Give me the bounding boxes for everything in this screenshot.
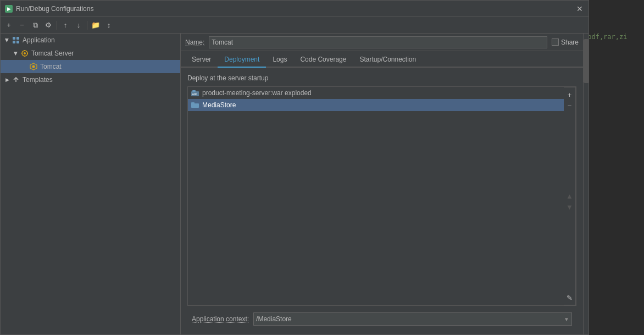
svg-rect-14 — [192, 90, 196, 92]
tab-server[interactable]: Server — [185, 52, 218, 68]
sort-button[interactable]: ↕ — [103, 19, 115, 31]
deploy-item-mediastore[interactable]: MediaStore — [188, 99, 564, 111]
tomcat-label: Tomcat — [40, 63, 180, 70]
close-button[interactable]: ✕ — [575, 4, 584, 13]
config-tree: ▶ Application ▶ — [1, 34, 181, 334]
name-label: Name: — [185, 39, 204, 46]
deploy-section-label: Deploy at the server startup — [187, 74, 576, 82]
deployment-actions: + − ▲ ▼ ✎ — [564, 87, 576, 305]
dialog-title: Run/Debug Configurations — [16, 5, 575, 13]
arrow-application: ▶ — [3, 36, 12, 45]
tab-logs[interactable]: Logs — [266, 52, 293, 68]
templates-icon — [12, 75, 20, 84]
tomcat-icon — [29, 62, 38, 71]
add-config-button[interactable]: + — [3, 19, 15, 31]
run-debug-dialog: ▶ Run/Debug Configurations ✕ + − ⧉ ⚙ ↑ ↓… — [0, 0, 589, 335]
tomcat-server-label: Tomcat Server — [31, 50, 180, 57]
svg-rect-16 — [191, 103, 199, 108]
move-up-button[interactable]: ↑ — [59, 19, 71, 31]
folder-button[interactable]: 📁 — [90, 19, 102, 31]
tomcat-server-icon — [20, 49, 29, 58]
svg-rect-17 — [191, 102, 195, 104]
edit-deployment-button[interactable]: ✎ — [565, 293, 575, 303]
tab-startup-connection[interactable]: Startup/Connection — [353, 52, 423, 68]
sidebar-item-templates[interactable]: ▶ Templates — [1, 73, 180, 86]
title-bar: ▶ Run/Debug Configurations ✕ — [1, 1, 589, 17]
application-icon — [12, 36, 20, 45]
svg-rect-1 — [16, 37, 19, 40]
context-dropdown-arrow: ▼ — [564, 316, 569, 322]
deployment-list: WAR product-meeting-server:war exploded — [188, 87, 564, 305]
share-area: Share — [552, 39, 579, 46]
deployment-tab-content: Deploy at the server startup WAR — [181, 68, 583, 334]
context-label: Application context: — [192, 315, 249, 323]
bg-code-text: .pdf,rar,zi — [584, 33, 627, 41]
share-checkbox[interactable] — [552, 39, 559, 46]
panel-scrollbar[interactable] — [583, 34, 589, 334]
name-input[interactable] — [209, 36, 547, 48]
svg-rect-3 — [16, 41, 19, 43]
add-deployment-button[interactable]: + — [565, 90, 575, 100]
deploy-item-war[interactable]: WAR product-meeting-server:war exploded — [188, 87, 564, 99]
context-value: /MediaStore — [256, 315, 292, 323]
scrollbar-thumb — [584, 39, 589, 83]
toolbar: + − ⧉ ⚙ ↑ ↓ 📁 ↕ — [1, 17, 589, 34]
copy-config-button[interactable]: ⧉ — [29, 19, 41, 31]
templates-label: Templates — [23, 76, 180, 84]
move-down-button[interactable]: ↓ — [73, 19, 85, 31]
svg-point-11 — [32, 65, 35, 68]
context-row: Application context: /MediaStore ▼ — [187, 310, 576, 328]
svg-text:WAR: WAR — [192, 92, 197, 96]
deploy-item-mediastore-label: MediaStore — [202, 101, 236, 109]
svg-rect-0 — [13, 37, 15, 40]
move-down-deployment-button[interactable]: ▼ — [565, 202, 575, 212]
war-icon: WAR — [191, 89, 199, 97]
tab-code-coverage[interactable]: Code Coverage — [293, 52, 353, 68]
sidebar-item-application[interactable]: ▶ Application — [1, 34, 180, 47]
settings-button[interactable]: ⚙ — [42, 19, 54, 31]
remove-deployment-button[interactable]: − — [565, 101, 575, 111]
toolbar-separator-2 — [87, 21, 87, 30]
toolbar-separator-1 — [57, 21, 57, 30]
dialog-content: ▶ Application ▶ — [1, 34, 589, 334]
sidebar-item-tomcat-server[interactable]: ▶ Tomcat Server — [1, 47, 180, 60]
sidebar-item-tomcat[interactable]: ▶ Tomcat — [1, 60, 180, 73]
share-label: Share — [561, 39, 579, 46]
folder-icon — [191, 101, 199, 109]
deployment-list-container: WAR product-meeting-server:war exploded — [187, 86, 576, 306]
arrow-templates: ▶ — [3, 75, 12, 84]
background-code: .pdf,rar,zi — [584, 0, 644, 335]
dialog-icon: ▶ — [5, 5, 13, 13]
name-row: Name: Share — [181, 34, 583, 51]
tabs-bar: Server Deployment Logs Code Coverage Sta… — [181, 51, 583, 68]
right-panel: Name: Share Server Deployment Logs — [181, 34, 583, 334]
remove-config-button[interactable]: − — [16, 19, 28, 31]
tab-deployment[interactable]: Deployment — [218, 52, 266, 68]
application-label: Application — [23, 36, 180, 44]
move-up-deployment-button[interactable]: ▲ — [565, 191, 575, 201]
arrow-tomcat-server: ▶ — [12, 49, 20, 58]
deploy-item-war-label: product-meeting-server:war exploded — [202, 89, 312, 97]
context-select[interactable]: /MediaStore ▼ — [253, 312, 572, 326]
svg-point-5 — [24, 52, 26, 54]
svg-rect-2 — [13, 41, 15, 43]
